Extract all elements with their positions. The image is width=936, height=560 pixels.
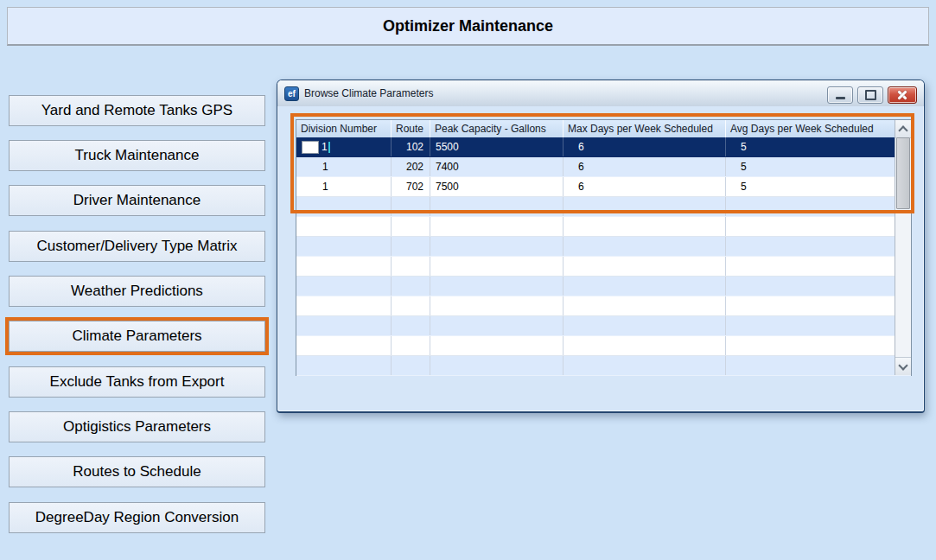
grid-cell[interactable] <box>296 257 392 276</box>
grid-cell[interactable] <box>430 336 564 355</box>
grid-cell[interactable] <box>564 277 726 296</box>
grid-cell[interactable] <box>296 237 392 256</box>
column-header[interactable]: Division Number <box>296 120 392 137</box>
grid-cell[interactable]: 102 <box>392 137 430 156</box>
grid-cell[interactable] <box>564 197 726 216</box>
sidebar-item-weather-predictions[interactable]: Weather Predictions <box>9 276 265 307</box>
window-titlebar[interactable]: ef Browse Climate Parameters <box>277 80 924 106</box>
grid-cell[interactable] <box>726 237 911 256</box>
optimizer-maintenance-screen: { "banner": { "title": "Optimizer Mainte… <box>0 0 936 560</box>
grid-cell[interactable]: 1 <box>296 137 392 156</box>
table-row[interactable] <box>296 316 911 336</box>
grid-cell[interactable]: 7400 <box>430 157 564 176</box>
grid-cell[interactable] <box>726 296 911 315</box>
grid-cell[interactable] <box>726 277 911 296</box>
grid-cell[interactable]: 5 <box>726 137 911 156</box>
vertical-scrollbar[interactable] <box>895 120 911 375</box>
grid-cell[interactable] <box>392 217 430 236</box>
grid-cell[interactable] <box>564 336 726 355</box>
grid-cell[interactable] <box>564 296 726 315</box>
grid-cell[interactable] <box>430 277 564 296</box>
sidebar-item-optigistics-parameters[interactable]: Optigistics Parameters <box>9 411 265 442</box>
grid-cell[interactable] <box>430 237 564 256</box>
sidebar-item-exclude-tanks-from-export[interactable]: Exclude Tanks from Export <box>9 366 265 398</box>
cell-value: 1 <box>322 141 328 153</box>
grid-cell[interactable] <box>430 296 564 315</box>
grid-cell[interactable] <box>296 277 392 296</box>
sidebar-item-degreeday-region-conversion[interactable]: DegreeDay Region Conversion <box>9 502 265 533</box>
scrollbar-thumb[interactable] <box>896 137 910 209</box>
grid-cell[interactable] <box>392 237 430 256</box>
close-button[interactable] <box>888 86 917 104</box>
grid-cell[interactable] <box>726 356 911 375</box>
table-row[interactable] <box>296 277 911 296</box>
table-row[interactable] <box>296 336 911 356</box>
grid-cell[interactable]: 6 <box>564 157 726 176</box>
column-header[interactable]: Peak Capacity - Gallons <box>430 120 564 137</box>
grid-cell[interactable] <box>726 197 911 216</box>
grid-cell[interactable] <box>392 197 430 216</box>
grid-cell[interactable]: 5500 <box>430 137 564 156</box>
sidebar-item-truck-maintenance[interactable]: Truck Maintenance <box>9 140 265 171</box>
sidebar-item-climate-parameters[interactable]: Climate Parameters <box>9 321 265 352</box>
column-header[interactable]: Avg Days per Week Scheduled <box>726 120 911 137</box>
scroll-down-button[interactable] <box>895 357 911 375</box>
grid-cell[interactable] <box>392 336 430 355</box>
grid-cell[interactable] <box>726 336 911 355</box>
page-title: Optimizer Maintenance <box>383 17 553 35</box>
table-row[interactable] <box>296 197 911 217</box>
column-header[interactable]: Max Days per Week Scheduled <box>564 120 726 137</box>
grid-cell[interactable]: 6 <box>564 137 726 156</box>
grid-cell[interactable] <box>564 217 726 236</box>
grid-cell[interactable] <box>296 197 392 216</box>
cell-edit-box[interactable] <box>302 141 319 154</box>
sidebar-item-routes-to-schedule[interactable]: Routes to Schedule <box>9 456 265 487</box>
table-row[interactable]: 1102550065 <box>296 137 911 157</box>
grid-cell[interactable]: 5 <box>726 157 911 176</box>
grid-cell[interactable] <box>296 356 392 375</box>
grid-cell[interactable] <box>392 277 430 296</box>
grid-cell[interactable] <box>296 217 392 236</box>
sidebar-item-driver-maintenance[interactable]: Driver Maintenance <box>9 185 265 216</box>
scroll-up-button[interactable] <box>895 120 911 138</box>
sidebar-item-customer-delivery-type-matrix[interactable]: Customer/Delivery Type Matrix <box>9 231 265 262</box>
grid-cell[interactable] <box>392 296 430 315</box>
grid-cell[interactable] <box>430 257 564 276</box>
grid-cell[interactable] <box>296 296 392 315</box>
grid-cell[interactable] <box>726 217 911 236</box>
grid-cell[interactable] <box>430 356 564 375</box>
app-icon[interactable]: ef <box>284 86 299 101</box>
grid-cell[interactable] <box>726 257 911 276</box>
table-row[interactable] <box>296 257 911 277</box>
table-row[interactable] <box>296 296 911 316</box>
grid-cell[interactable] <box>430 217 564 236</box>
column-header[interactable]: Route <box>392 120 430 137</box>
grid-cell[interactable] <box>564 316 726 335</box>
grid-cell[interactable] <box>430 316 564 335</box>
grid-cell[interactable] <box>392 316 430 335</box>
table-row[interactable] <box>296 237 911 257</box>
table-row[interactable]: 1202740065 <box>296 157 911 177</box>
table-row[interactable]: 1702750065 <box>296 177 911 197</box>
maximize-button[interactable] <box>857 86 883 104</box>
grid-cell[interactable] <box>430 197 564 216</box>
grid-cell[interactable] <box>296 316 392 335</box>
grid-cell[interactable] <box>392 356 430 375</box>
grid-cell[interactable]: 1 <box>296 157 392 176</box>
grid-cell[interactable] <box>564 237 726 256</box>
grid-cell[interactable]: 202 <box>392 157 430 176</box>
grid-cell[interactable] <box>392 257 430 276</box>
grid-cell[interactable] <box>296 336 392 355</box>
table-row[interactable] <box>296 217 911 237</box>
grid-cell[interactable] <box>726 316 911 335</box>
grid-cell[interactable] <box>564 356 726 375</box>
sidebar-item-yard-remote-tanks-gps[interactable]: Yard and Remote Tanks GPS <box>9 95 265 126</box>
grid-cell[interactable]: 702 <box>392 177 430 196</box>
grid-cell[interactable]: 5 <box>726 177 911 196</box>
grid-cell[interactable]: 1 <box>296 177 392 196</box>
table-row[interactable] <box>296 356 911 376</box>
grid-cell[interactable]: 6 <box>564 177 726 196</box>
minimize-button[interactable] <box>827 86 853 104</box>
grid-cell[interactable]: 7500 <box>430 177 564 196</box>
grid-cell[interactable] <box>564 257 726 276</box>
